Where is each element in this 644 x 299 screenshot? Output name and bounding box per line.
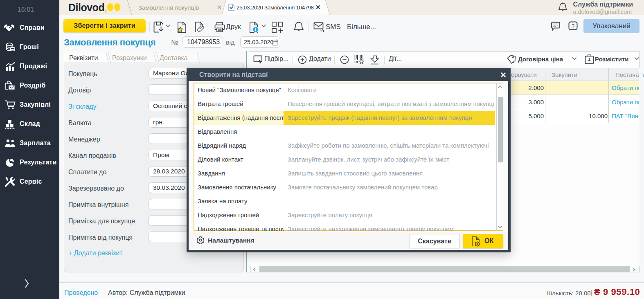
svg-text:?: ? bbox=[572, 23, 574, 29]
